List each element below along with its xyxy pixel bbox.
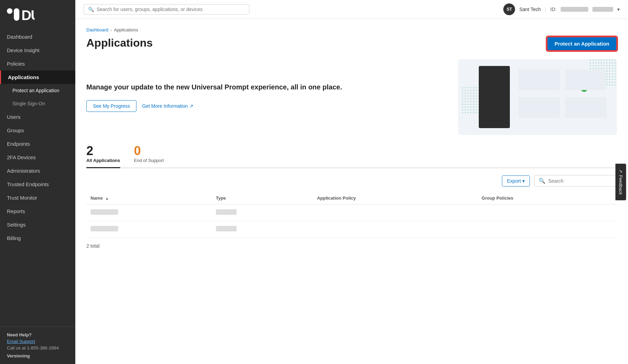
need-help-label: Need Help? [7,332,68,337]
sidebar-item-endpoints[interactable]: Endpoints [0,137,75,151]
search-icon: 🔍 [88,7,94,12]
stat-label-eos: End of Support [134,158,164,163]
protect-application-button[interactable]: Protect an Application [547,37,617,51]
illus-card-1: ✓ [518,69,560,90]
see-my-progress-button[interactable]: See My Progress [86,100,136,112]
row-1-type [212,204,313,221]
table-row[interactable] [86,221,617,238]
table-search-icon: 🔍 [539,178,545,184]
row-2-name-placeholder [91,226,118,231]
feedback-tab[interactable]: ↗ Feedback [615,164,626,200]
global-search-bar[interactable]: 🔍 [84,4,249,15]
col-name[interactable]: Name ▲ [86,192,212,204]
banner-section: Manage your update to the new Universal … [86,59,617,135]
export-button[interactable]: Export ▾ [502,175,530,186]
export-arrow-icon: ▾ [522,178,525,184]
sidebar-item-trust-monitor[interactable]: Trust Monitor [0,191,75,204]
applications-table: Name ▲ Type Application Policy Group Pol… [86,192,617,238]
banner-actions: See My Progress Get More Information ↗ [86,100,450,112]
row-1-name [86,204,212,221]
sidebar-footer: Need Help? Email Support Call us at 1-85… [0,326,75,364]
sidebar-item-protect-an-application[interactable]: Protect an Application [0,84,75,97]
breadcrumb-home[interactable]: Dashboard [86,27,108,32]
external-link-icon: ↗ [189,103,193,109]
main-area: 🔍 ST Sant Tech | ID: ▾ Dashboard › Appli… [75,0,628,364]
page-title: Applications [86,37,153,49]
id-value-1 [561,7,588,12]
topbar-right: ST Sant Tech | ID: ▾ [503,3,620,15]
sidebar-item-users[interactable]: Users [0,110,75,124]
table-controls: Export ▾ 🔍 [86,175,617,186]
divider: | [545,7,546,12]
email-support-link[interactable]: Email Support [7,339,68,344]
table-search-input[interactable] [548,178,612,184]
breadcrumb-separator: › [111,27,112,32]
stat-tab-end-of-support[interactable]: 0 End of Support [134,145,164,168]
id-label: ID: [550,7,556,12]
illus-dark-panel [479,66,510,128]
sidebar-item-reports[interactable]: Reports [0,204,75,218]
sidebar-item-device-insight[interactable]: Device Insight [0,44,75,57]
sidebar-item-administrators[interactable]: Administrators [0,164,75,178]
sidebar-item-applications[interactable]: Applications [0,70,75,84]
page-header: Applications Protect an Application [86,37,617,51]
svg-rect-1 [14,8,19,21]
sidebar-item-settings[interactable]: Settings [0,218,75,231]
stats-row: 2 All Applications 0 End of Support [86,145,617,168]
get-more-information-button[interactable]: Get More Information ↗ [142,103,193,109]
logo[interactable]: DUO [0,0,75,30]
global-search-input[interactable] [97,7,245,12]
breadcrumb: Dashboard › Applications [86,27,617,32]
stat-number-all: 2 [86,145,93,157]
row-2-app-policy [313,221,478,238]
versioning-label: Versioning [7,353,68,358]
user-name: Sant Tech [519,7,541,12]
sidebar-item-groups[interactable]: Groups [0,124,75,137]
svg-text:DUO: DUO [21,8,35,22]
banner-heading: Manage your update to the new Universal … [86,82,450,92]
row-1-type-placeholder [216,209,237,215]
row-2-type-placeholder [216,226,237,231]
sidebar-item-billing[interactable]: Billing [0,231,75,245]
banner-text: Manage your update to the new Universal … [86,82,450,112]
sidebar-nav: Dashboard Device Insight Policies Applic… [0,30,75,326]
stat-label-all: All Applications [86,158,120,163]
account-dropdown[interactable]: ▾ [617,7,620,12]
phone-label: Call us at 1-855-386-2884 [7,345,68,351]
sidebar-item-2fa-devices[interactable]: 2FA Devices [0,151,75,164]
avatar: ST [503,3,515,15]
sort-icon: ▲ [105,197,109,200]
col-type: Type [212,192,313,204]
sidebar-item-dashboard[interactable]: Dashboard [0,30,75,44]
breadcrumb-current: Applications [114,27,138,32]
svg-rect-0 [7,8,12,14]
topbar: 🔍 ST Sant Tech | ID: ▾ [75,0,628,19]
sidebar: DUO Dashboard Device Insight Policies Ap… [0,0,75,364]
content-area: Dashboard › Applications Applications Pr… [75,19,628,364]
illus-card-4 [565,97,607,118]
row-1-app-policy [313,204,478,221]
row-1-name-placeholder [91,209,118,215]
illus-card-3: ✓ [518,97,560,118]
feedback-label: Feedback [618,175,623,195]
col-app-policy: Application Policy [313,192,478,204]
sidebar-item-trusted-endpoints[interactable]: Trusted Endpoints [0,178,75,191]
get-info-label: Get More Information [142,103,188,109]
table-search-bar[interactable]: 🔍 [534,175,617,186]
row-2-group-policies [477,221,617,238]
illus-card-2 [565,69,607,90]
table-footer: 2 total [86,243,617,249]
table-row[interactable] [86,204,617,221]
export-label: Export [507,178,521,184]
banner-illustration: ✓ ✓ [458,59,617,135]
id-value-2 [592,7,613,12]
row-2-name [86,221,212,238]
stat-number-eos: 0 [134,145,141,157]
row-1-group-policies [477,204,617,221]
col-group-policies: Group Policies [477,192,617,204]
stat-tab-all-applications[interactable]: 2 All Applications [86,145,120,168]
feedback-icon: ↗ [618,169,623,173]
sidebar-item-single-sign-on[interactable]: Single Sign-On [0,97,75,110]
row-2-type [212,221,313,238]
sidebar-item-policies[interactable]: Policies [0,57,75,70]
